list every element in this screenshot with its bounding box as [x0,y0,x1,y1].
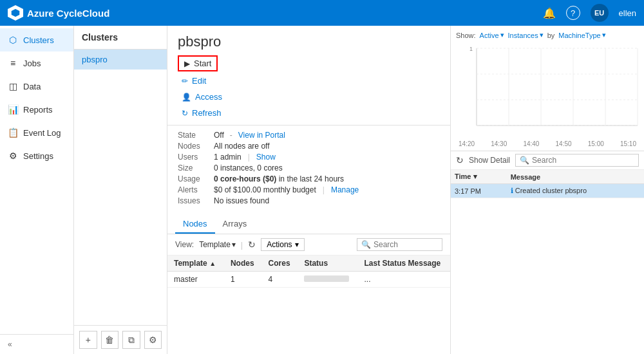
cluster-list-item[interactable]: pbspro [74,50,167,70]
users-label: Users [178,153,210,162]
actions-dropdown-icon: ▾ [295,240,299,249]
event-row[interactable]: 3:17 PM ℹ Created cluster pbspro [451,184,644,198]
alerts-label: Alerts [178,185,210,194]
event-info-icon: ℹ [511,187,513,194]
clusters-icon: ⬡ [8,35,18,45]
x-label-5: 15:10 [620,140,636,147]
users-row: Users 1 admin | Show [178,153,440,162]
delete-cluster-button[interactable]: 🗑 [101,331,119,349]
sidebar-item-label: Reports [23,105,53,115]
app-name: Azure CycleCloud [27,8,109,19]
event-search-icon: 🔍 [520,156,529,165]
manage-alerts-link[interactable]: Manage [331,185,359,194]
event-refresh-icon[interactable]: ↻ [456,155,464,165]
tab-nodes[interactable]: Nodes [175,215,215,234]
table-search-input[interactable] [374,240,438,249]
usage-row: Usage 0 core-hours ($0) in the last 24 h… [178,174,440,183]
cluster-name: pbspro [178,33,440,50]
instances-filter-dropdown[interactable]: Instances ▾ [508,31,544,39]
main-container: ⬡ Clusters ≡ Jobs ◫ Data 📊 Reports 📋 Eve… [0,26,644,354]
cell-status [298,272,357,288]
x-label-3: 14:50 [556,140,572,147]
machine-type-dropdown-icon: ▾ [602,31,606,39]
eventlog-icon: 📋 [8,127,18,138]
event-col-message: Message [507,170,644,184]
nodes-table: Template ▲ Nodes Cores Sta [167,256,450,288]
event-message: ℹ Created cluster pbspro [507,184,644,198]
user-avatar[interactable]: EU [591,4,609,22]
cluster-settings-button[interactable]: ⚙ [144,331,162,349]
help-icon[interactable]: ? [566,6,580,20]
cluster-actions: ▶ Start ✏ Edit 👤 Access ↻ [178,55,440,120]
sidebar-item-label: Clusters [23,35,54,45]
refresh-button[interactable]: ↻ Refresh [178,106,225,120]
table-row[interactable]: master 1 4 ... [167,272,450,288]
cell-last-status: ... [358,272,450,288]
col-last-status: Last Status Message [358,256,450,272]
logo-icon [8,5,23,21]
col-template: Template ▲ [167,256,224,272]
data-icon: ◫ [8,81,18,91]
detail-left: pbspro ▶ Start ✏ Edit 👤 Access [167,26,451,354]
tab-arrays[interactable]: Arrays [215,215,255,234]
cluster-header: pbspro ▶ Start ✏ Edit 👤 Access [167,26,450,126]
cluster-list-items: pbspro [74,50,167,325]
sidebar-item-clusters[interactable]: ⬡ Clusters [0,28,73,51]
view-select[interactable]: Template ▾ [199,240,236,249]
cluster-list-panel: Clusters pbspro + 🗑 ⧉ ⚙ [74,26,167,354]
cluster-info: State Off - View in Portal Nodes All nod… [167,126,450,212]
svg-marker-0 [11,8,20,17]
start-button[interactable]: ▶ Start [178,55,218,71]
notification-icon[interactable]: 🔔 [543,7,556,19]
clone-cluster-button[interactable]: ⧉ [122,331,140,349]
show-users-link[interactable]: Show [256,153,276,162]
sidebar-item-settings[interactable]: ⚙ Settings [0,144,73,167]
cluster-detail: pbspro ▶ Start ✏ Edit 👤 Access [167,26,644,354]
detail-right: Show: Active ▾ Instances ▾ by MachineTyp… [451,26,644,354]
edit-button[interactable]: ✏ Edit [178,74,210,88]
reports-icon: 📊 [8,104,18,115]
x-label-2: 14:40 [523,140,539,147]
jobs-icon: ≡ [8,58,18,68]
issues-label: Issues [178,196,210,205]
cluster-list-header: Clusters [74,26,167,50]
app-logo: Azure CycleCloud [8,5,109,21]
sidebar-item-eventlog[interactable]: 📋 Event Log [0,121,73,144]
sidebar-item-label: Jobs [23,59,41,68]
sidebar-item-jobs[interactable]: ≡ Jobs [0,51,73,75]
topbar-icons: 🔔 ? EU ellen [543,4,636,22]
view-portal-link[interactable]: View in Portal [238,131,285,140]
svg-text:1: 1 [469,46,473,52]
machine-type-dropdown[interactable]: MachineType ▾ [558,31,605,39]
x-label-0: 14:20 [459,140,475,147]
event-toolbar: ↻ Show Detail 🔍 [451,151,644,170]
col-cores: Cores [262,256,298,272]
view-dropdown-icon: ▾ [232,240,236,249]
show-detail-button[interactable]: Show Detail [469,156,510,165]
collapse-icon[interactable]: « [8,340,12,349]
access-button[interactable]: 👤 Access [178,90,226,104]
active-dropdown-icon: ▾ [500,31,504,39]
users-value: 1 admin [214,153,242,162]
event-panel: ↻ Show Detail 🔍 Time [451,151,644,354]
table-toolbar: View: Template ▾ | ↻ Actions ▾ 🔍 [167,234,450,256]
start-icon: ▶ [184,59,190,68]
add-cluster-button[interactable]: + [79,331,97,349]
active-filter-dropdown[interactable]: Active ▾ [480,31,504,39]
size-label: Size [178,163,210,172]
nodes-label: Nodes [178,142,210,151]
status-bar [304,275,349,282]
x-label-4: 15:00 [588,140,604,147]
chart-controls: Show: Active ▾ Instances ▾ by MachineTyp… [456,31,639,39]
col-nodes: Nodes [224,256,262,272]
view-label: View: [175,240,194,249]
usage-label: Usage [178,174,210,183]
cell-nodes: 1 [224,272,262,288]
actions-button[interactable]: Actions ▾ [261,238,304,251]
event-search-input[interactable] [532,156,634,165]
state-label: State [178,131,210,140]
table-refresh-icon[interactable]: ↻ [248,239,256,250]
sidebar-item-data[interactable]: ◫ Data [0,75,73,98]
toolbar-sep: | [241,240,243,250]
sidebar-item-reports[interactable]: 📊 Reports [0,98,73,121]
